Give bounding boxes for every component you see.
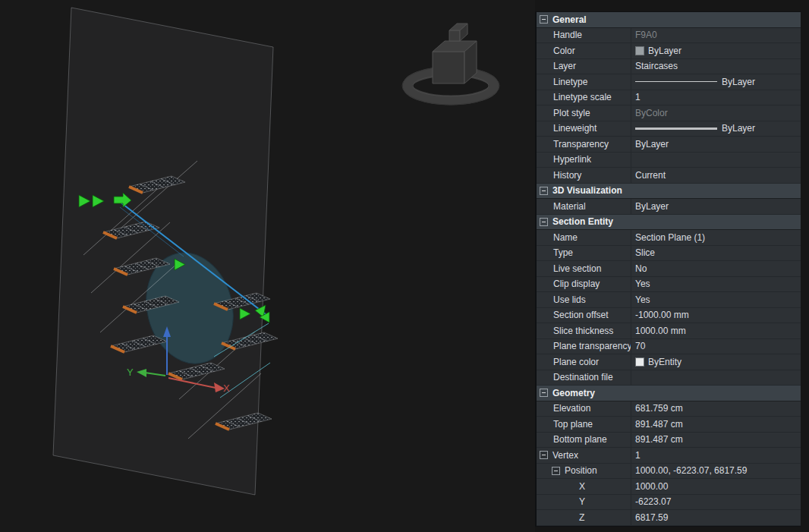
prop-row-hyperlink: Hyperlink bbox=[537, 153, 801, 168]
prop-value-text: Yes bbox=[635, 279, 650, 289]
prop-value-text: F9A0 bbox=[635, 30, 657, 40]
prop-row-plane-transparency: Plane transparency70 bbox=[537, 339, 801, 355]
prop-label-cell: Lineweight bbox=[537, 121, 631, 137]
prop-row-bottom-plane: Bottom plane891.487 cm bbox=[537, 433, 801, 449]
prop-label: Z bbox=[579, 512, 584, 523]
prop-label-cell: Destination file bbox=[537, 370, 631, 386]
prop-label-cell: Plane transparency bbox=[537, 339, 631, 354]
prop-label-cell: Elevation bbox=[537, 401, 631, 417]
gizmo-cube-icon[interactable] bbox=[433, 24, 477, 83]
prop-row-destination-file: Destination file bbox=[537, 370, 801, 386]
prop-value-section-offset[interactable]: -1000.00 mm bbox=[631, 308, 801, 323]
prop-value-text: Current bbox=[635, 170, 666, 181]
prop-value-destination-file[interactable] bbox=[631, 370, 801, 386]
prop-value-use-lids[interactable]: Yes bbox=[631, 292, 801, 307]
prop-label: Vertex bbox=[552, 450, 578, 461]
prop-value-text: ByLayer bbox=[635, 201, 669, 212]
prop-label-cell: Slice thickness bbox=[537, 323, 631, 338]
prop-value-text: -6223.07 bbox=[635, 496, 671, 507]
prop-value-plane-transparency[interactable]: 70 bbox=[631, 339, 801, 354]
prop-value-transparency[interactable]: ByLayer bbox=[631, 137, 801, 152]
collapse-icon[interactable] bbox=[540, 15, 548, 24]
prop-label-cell: Clip display bbox=[537, 277, 631, 292]
prop-label: Handle bbox=[553, 30, 582, 40]
section-header-general[interactable]: General bbox=[537, 12, 801, 28]
prop-value-bottom-plane[interactable]: 891.487 cm bbox=[631, 433, 801, 448]
collapse-icon[interactable] bbox=[540, 451, 548, 459]
prop-value-text: 1000.00, -6223.07, 6817.59 bbox=[635, 465, 747, 476]
section-header-3d-visualization[interactable]: 3D Visualization bbox=[537, 184, 801, 200]
prop-label: Hyperlink bbox=[553, 154, 591, 165]
color-swatch[interactable] bbox=[635, 46, 644, 55]
prop-row-vertex: Vertex1 bbox=[537, 448, 801, 464]
prop-value-text: 70 bbox=[635, 341, 645, 351]
prop-value-history[interactable]: Current bbox=[631, 168, 801, 183]
prop-value-position[interactable]: 1000.00, -6223.07, 6817.59 bbox=[631, 464, 801, 479]
prop-value-name[interactable]: Section Plane (1) bbox=[631, 230, 801, 245]
prop-row-transparency: TransparencyByLayer bbox=[537, 137, 801, 153]
prop-value-vertex[interactable]: 1 bbox=[631, 448, 801, 463]
prop-label: Top plane bbox=[553, 419, 593, 430]
prop-value-plot-style[interactable]: ByColor bbox=[631, 105, 801, 121]
prop-value-top-plane[interactable]: 891.487 cm bbox=[631, 417, 801, 432]
prop-value-hyperlink[interactable] bbox=[631, 153, 801, 168]
prop-label: Plot style bbox=[553, 108, 590, 118]
prop-value-text: 1 bbox=[635, 92, 641, 102]
prop-label-cell: Color bbox=[537, 43, 631, 58]
section-title: General bbox=[552, 14, 587, 25]
prop-row-layer: LayerStaircases bbox=[537, 59, 801, 75]
collapse-icon[interactable] bbox=[540, 218, 548, 226]
navigation-gizmo[interactable] bbox=[402, 24, 499, 105]
prop-label-cell: Handle bbox=[537, 28, 631, 43]
prop-value-material[interactable]: ByLayer bbox=[631, 199, 801, 214]
prop-value-live-section[interactable]: No bbox=[631, 261, 801, 276]
prop-value-slice-thickness[interactable]: 1000.00 mm bbox=[631, 323, 801, 338]
collapse-icon[interactable] bbox=[552, 467, 560, 475]
section-header-geometry[interactable]: Geometry bbox=[537, 386, 801, 401]
prop-row-y: Y-6223.07 bbox=[537, 495, 801, 511]
prop-value-text: Yes bbox=[635, 294, 650, 305]
collapse-icon[interactable] bbox=[540, 187, 548, 195]
prop-value-z[interactable]: 6817.59 bbox=[631, 510, 801, 525]
prop-value-color[interactable]: ByLayer bbox=[631, 43, 801, 58]
prop-value-elevation[interactable]: 681.759 cm bbox=[631, 401, 801, 417]
prop-label: Slice thickness bbox=[553, 326, 613, 336]
prop-row-top-plane: Top plane891.487 cm bbox=[537, 417, 801, 433]
prop-value-text: ByLayer bbox=[722, 77, 755, 87]
collapse-icon[interactable] bbox=[540, 389, 548, 397]
linetype-preview bbox=[635, 81, 717, 82]
section-title: Geometry bbox=[552, 388, 595, 398]
properties-grid: GeneralHandleF9A0ColorByLayerLayerStairc… bbox=[537, 12, 801, 526]
section-title: Section Entity bbox=[552, 216, 613, 227]
prop-value-type[interactable]: Slice bbox=[631, 246, 801, 261]
prop-row-x: X1000.00 bbox=[537, 479, 801, 495]
prop-label: Name bbox=[553, 232, 578, 243]
prop-label: Section offset bbox=[553, 310, 609, 320]
prop-row-linetype: LinetypeByLayer bbox=[537, 74, 801, 90]
viewport-canvas[interactable]: Y X bbox=[0, 0, 535, 532]
prop-label-cell: Plane color bbox=[537, 354, 631, 370]
prop-value-lineweight[interactable]: ByLayer bbox=[631, 121, 801, 137]
prop-value-handle[interactable]: F9A0 bbox=[631, 28, 801, 43]
prop-label: Color bbox=[553, 46, 575, 56]
prop-row-plot-style: Plot styleByColor bbox=[537, 105, 801, 121]
prop-value-text: Section Plane (1) bbox=[635, 232, 705, 243]
prop-label-cell: Bottom plane bbox=[537, 433, 631, 448]
prop-value-text: Slice bbox=[635, 247, 655, 258]
prop-value-plane-color[interactable]: ByEntity bbox=[631, 354, 801, 370]
section-header-section-entity[interactable]: Section Entity bbox=[537, 215, 801, 231]
prop-value-text: 1000.00 bbox=[635, 481, 668, 492]
prop-label: Clip display bbox=[553, 279, 600, 289]
prop-value-y[interactable]: -6223.07 bbox=[631, 495, 801, 510]
prop-value-linetype[interactable]: ByLayer bbox=[631, 74, 801, 90]
prop-value-text: No bbox=[635, 263, 647, 274]
prop-row-handle: HandleF9A0 bbox=[537, 28, 801, 44]
prop-value-linetype-scale[interactable]: 1 bbox=[631, 90, 801, 105]
color-swatch[interactable] bbox=[635, 357, 644, 367]
prop-value-text: 6817.59 bbox=[635, 512, 668, 523]
prop-value-layer[interactable]: Staircases bbox=[631, 59, 801, 74]
prop-value-x[interactable]: 1000.00 bbox=[631, 479, 801, 494]
prop-row-clip-display: Clip displayYes bbox=[537, 277, 801, 293]
prop-value-clip-display[interactable]: Yes bbox=[631, 277, 801, 292]
viewport-3d[interactable]: Y X bbox=[0, 0, 535, 532]
